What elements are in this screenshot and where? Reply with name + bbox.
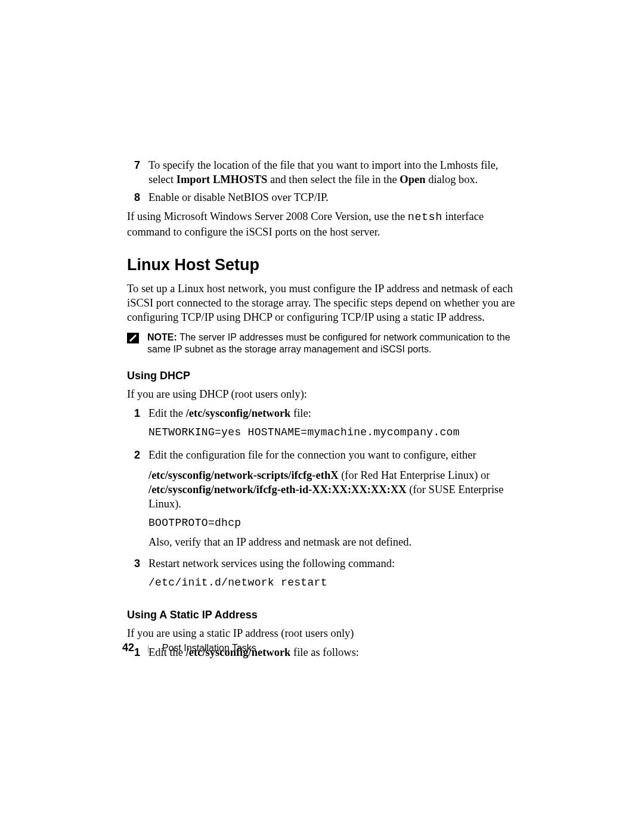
note-text: NOTE: The server IP addresses must be co… — [147, 332, 519, 355]
list-item: 3 Restart network services using the fol… — [127, 556, 519, 594]
list-body: Enable or disable NetBIOS over TCP/IP. — [148, 190, 519, 205]
page-content: 7 To specify the location of the file th… — [127, 158, 519, 663]
list-body: Restart network services using the follo… — [148, 556, 519, 594]
list-marker: 7 — [127, 158, 148, 187]
heading-using-dhcp: Using DHCP — [127, 370, 519, 382]
paragraph: If you are using a static IP address (ro… — [127, 626, 519, 640]
list-item: 1 Edit the /etc/sysconfig/network file: … — [127, 406, 519, 444]
list-item: 8 Enable or disable NetBIOS over TCP/IP. — [127, 190, 519, 205]
list-body: Edit the configuration file for the conn… — [148, 448, 519, 553]
list-body: Edit the /etc/sysconfig/network file: NE… — [148, 406, 519, 444]
list-marker: 1 — [127, 406, 148, 444]
code-line: /etc/init.d/network restart — [148, 575, 519, 590]
page-footer: 42 | Post Installation Tasks — [122, 642, 256, 654]
heading-using-static-ip: Using A Static IP Address — [127, 609, 519, 621]
note-icon — [127, 333, 139, 343]
paragraph: If you are using DHCP (root users only): — [127, 387, 519, 401]
heading-linux-host-setup: Linux Host Setup — [127, 256, 519, 274]
list-marker: 3 — [127, 556, 148, 594]
footer-separator: | — [147, 644, 149, 654]
list-marker: 8 — [127, 190, 148, 205]
page-number: 42 — [122, 642, 134, 654]
paragraph: To set up a Linux host network, you must… — [127, 281, 519, 324]
list-item: 7 To specify the location of the file th… — [127, 158, 519, 187]
code-line: BOOTPROTO=dhcp — [148, 516, 519, 530]
paragraph: If using Microsoft Windows Server 2008 C… — [127, 209, 519, 239]
list-item: 2 Edit the configuration file for the co… — [127, 448, 519, 553]
list-marker: 2 — [127, 448, 148, 553]
note-block: NOTE: The server IP addresses must be co… — [127, 332, 519, 355]
footer-section-label: Post Installation Tasks — [162, 643, 256, 654]
list-body: To specify the location of the file that… — [148, 158, 519, 187]
code-line: NETWORKING=yes HOSTNAME=mymachine.mycomp… — [148, 425, 519, 439]
